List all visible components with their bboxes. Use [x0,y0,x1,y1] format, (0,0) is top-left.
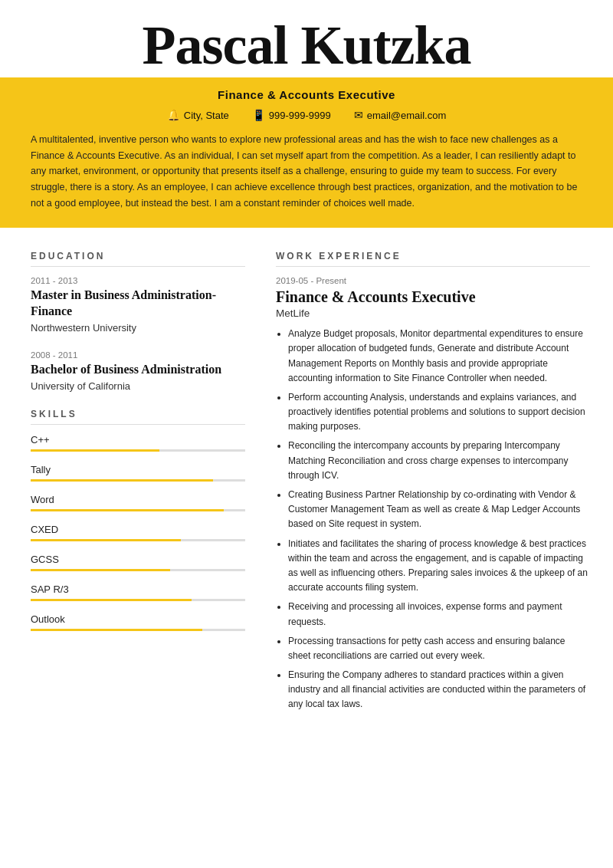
skill-bar-fill-1 [31,479,213,482]
work-bullet-0-3: Creating Business Partner Relationship b… [288,488,590,532]
skill-item-1: Tally [31,464,245,482]
contact-email: ✉ email@email.com [354,109,447,121]
email-icon: ✉ [354,109,363,121]
work-experience-section: WORK EXPERIENCE 2019-05 - Present Financ… [276,251,590,712]
contact-phone-text: 999-999-9999 [269,110,331,121]
skill-item-0: C++ [31,434,245,452]
skill-bar-fill-2 [31,509,224,511]
skill-name-2: Word [31,494,245,505]
work-bullet-0-2: Reconciling the intercompany accounts by… [288,439,590,483]
work-experience-heading: WORK EXPERIENCE [276,251,590,267]
contact-location: 🔔 City, State [167,109,229,121]
work-company-0: MetLife [276,307,590,319]
skill-item-3: CXED [31,524,245,541]
contact-email-text: email@email.com [367,110,447,121]
skill-bar-bg-3 [31,539,245,541]
skill-item-4: GCSS [31,554,245,571]
edu-school-0: Northwestern University [31,322,245,334]
header-summary: A multitalented, inventive person who wa… [31,132,582,211]
work-dates-0: 2019-05 - Present [276,276,590,285]
skills-list: C++ Tally Word CXED GCSS SAP R/3 Outlook [31,434,245,631]
phone-icon: 📱 [252,109,265,121]
skill-name-4: GCSS [31,554,245,565]
right-column: WORK EXPERIENCE 2019-05 - Present Financ… [261,251,613,728]
education-section: EDUCATION 2011 - 2013 Master in Business… [31,251,245,391]
education-item-1: 2008 - 2011 Bachelor of Business Adminis… [31,350,245,392]
skill-bar-bg-5 [31,599,245,601]
skills-section: SKILLS C++ Tally Word CXED GCSS SAP R/3 … [31,409,245,631]
work-bullets-0: Analyze Budget proposals, Monitor depart… [276,327,590,712]
skill-bar-bg-4 [31,569,245,571]
skill-name-5: SAP R/3 [31,584,245,595]
skill-item-6: Outlook [31,613,245,631]
header-contact: 🔔 City, State 📱 999-999-9999 ✉ email@ema… [31,109,582,121]
contact-phone: 📱 999-999-9999 [252,109,331,121]
work-bullet-0-0: Analyze Budget proposals, Monitor depart… [288,327,590,386]
edu-years-0: 2011 - 2013 [31,276,245,285]
skill-bar-bg-0 [31,449,245,452]
skill-name-1: Tally [31,464,245,475]
skill-name-3: CXED [31,524,245,535]
location-icon: 🔔 [167,109,180,121]
skill-name-0: C++ [31,434,245,446]
work-title-0: Finance & Accounts Executive [276,288,590,306]
skill-bar-fill-4 [31,569,170,571]
skill-bar-fill-0 [31,449,159,452]
education-item-0: 2011 - 2013 Master in Business Administr… [31,276,245,334]
work-bullet-0-7: Ensuring the Company adheres to standard… [288,668,590,712]
edu-degree-0: Master in Business Administration-Financ… [31,288,245,320]
skill-bar-fill-6 [31,629,202,631]
work-bullet-0-4: Initiates and facilitates the sharing of… [288,537,590,596]
header-title: Finance & Accounts Executive [31,88,582,101]
body-section: EDUCATION 2011 - 2013 Master in Business… [0,228,613,743]
left-column: EDUCATION 2011 - 2013 Master in Business… [0,251,261,728]
skill-bar-fill-3 [31,539,181,541]
skill-bar-bg-1 [31,479,245,482]
header-yellow-section: Finance & Accounts Executive 🔔 City, Sta… [0,77,613,228]
work-bullet-0-1: Perform accounting Analysis, understands… [288,390,590,435]
contact-location-text: City, State [184,110,229,121]
skill-bar-bg-2 [31,509,245,511]
skill-bar-fill-5 [31,599,192,601]
edu-years-1: 2008 - 2011 [31,350,245,360]
skill-item-5: SAP R/3 [31,584,245,601]
edu-degree-1: Bachelor of Business Administration [31,362,245,378]
work-item-0: 2019-05 - Present Finance & Accounts Exe… [276,276,590,712]
header-name: Pascal Kutzka [0,0,613,77]
skills-heading: SKILLS [31,409,245,425]
skill-name-6: Outlook [31,613,245,625]
work-bullet-0-6: Processing transactions for petty cash a… [288,634,590,663]
work-list: 2019-05 - Present Finance & Accounts Exe… [276,276,590,712]
skill-item-2: Word [31,494,245,511]
education-heading: EDUCATION [31,251,245,267]
skill-bar-bg-6 [31,629,245,631]
edu-school-1: University of California [31,380,245,392]
work-bullet-0-5: Receiving and processing all invoices, e… [288,600,590,629]
